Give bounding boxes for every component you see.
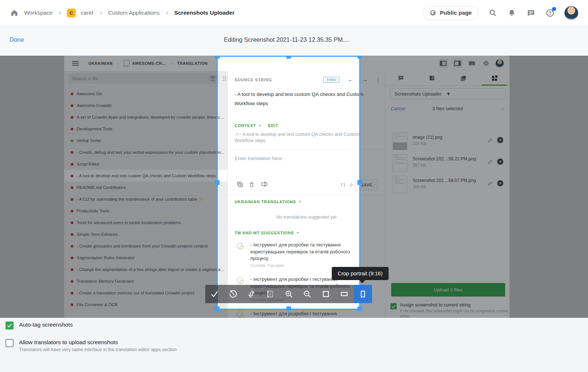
tm-suggestion: - Інструмент для розробки та тестування …	[237, 242, 378, 268]
crop-square-button[interactable]	[316, 285, 335, 303]
add-file-plus-icon: +	[500, 105, 504, 113]
public-page-label: Public page	[440, 10, 472, 16]
context-text: -> - A tool to develop and test custom Q…	[235, 131, 373, 144]
crop-handle-top-center[interactable]	[286, 56, 291, 59]
todo-status-badge: TODO	[323, 77, 339, 83]
chevron-right-icon	[165, 11, 169, 15]
tooltip-arrow	[359, 280, 365, 283]
caret-down-icon: ▼	[298, 200, 302, 204]
editing-title: Editing Screenshot 2021-11-23 12.35.35 P…	[0, 36, 573, 43]
caret-down-icon: ▼	[258, 124, 262, 127]
copy-source-icon	[236, 181, 243, 188]
crop-portrait-button[interactable]	[354, 285, 372, 303]
app-root: Workspace C caret Custom Applications Sc…	[0, 0, 588, 372]
context-label: CONTEXT	[235, 123, 256, 128]
confirm-crop-button[interactable]	[205, 285, 224, 303]
autotag-checkbox[interactable]	[5, 321, 14, 330]
crop-handle-bottom-center[interactable]	[286, 306, 291, 311]
uploader-settings: Auto-tag screenshots Allow translators t…	[0, 318, 588, 372]
top-navigation-bar: Workspace C caret Custom Applications Sc…	[0, 0, 588, 26]
notification-dot	[552, 7, 556, 11]
crop-handle-middle-left[interactable]	[215, 180, 220, 185]
autotag-setting: Auto-tag screenshots	[5, 321, 73, 330]
breadcrumb-screenshots-uploader: Screenshots Uploader	[174, 10, 235, 16]
autotag-label[interactable]: Auto-tag screenshots	[19, 321, 73, 328]
translation-input-placeholder: Enter translation here	[235, 156, 282, 161]
clear-translation-icon	[249, 181, 255, 188]
rotate-crop-button[interactable]	[242, 285, 261, 303]
crop-toolbar	[205, 285, 372, 303]
select-text-icon	[261, 181, 268, 187]
user-avatar[interactable]	[564, 6, 578, 20]
globe-icon	[429, 9, 437, 16]
search-icon[interactable]	[488, 8, 497, 18]
crop-handle-top-left[interactable]	[215, 56, 220, 59]
reset-history-button[interactable]	[224, 285, 243, 303]
source-string-text: - A tool to develop and test custom QA c…	[235, 90, 378, 108]
caret-down-icon: ▼	[296, 231, 299, 235]
home-icon[interactable]	[10, 8, 19, 18]
breadcrumb-custom-applications[interactable]: Custom Applications	[108, 10, 159, 16]
notifications-bell-icon[interactable]	[507, 8, 517, 18]
edit-context-label: EDIT	[268, 123, 278, 128]
allow-translators-checkbox[interactable]	[5, 339, 14, 347]
breadcrumb: Workspace C caret Custom Applications Sc…	[0, 8, 235, 18]
context-row: CONTEXT ▼ EDIT	[235, 123, 278, 128]
flip-button[interactable]	[261, 285, 280, 303]
project-avatar[interactable]: C	[67, 9, 76, 17]
allow-translators-label[interactable]: Allow translators to upload screenshots	[19, 339, 177, 346]
crop-handle-bottom-right[interactable]	[357, 306, 362, 311]
crop-handle-middle-right[interactable]	[357, 180, 362, 185]
breadcrumb-project[interactable]: caret	[81, 10, 93, 16]
zoom-out-button[interactable]	[298, 285, 317, 303]
panel-drag-handle-icon	[223, 76, 226, 81]
allow-translators-setting: Allow translators to upload screenshots …	[5, 339, 177, 352]
screenshot-crop-editor: UKRAINIAN › AWESOME-CR... › TRANSLATION	[0, 56, 588, 318]
machine-translation-icon	[237, 243, 243, 249]
crop-tooltip: Crop portrait (9:16)	[332, 267, 389, 280]
translations-section-header: UKRAINIAN TRANSLATIONS ▼	[235, 200, 302, 204]
crop-landscape-button[interactable]	[335, 285, 354, 303]
machine-translation-icon	[237, 277, 243, 283]
help-icon[interactable]: ?	[545, 8, 555, 18]
svg-text:?: ?	[548, 10, 551, 15]
crop-dim-overlay-left	[64, 56, 217, 318]
allow-translators-note: Translators will have very same interfac…	[19, 347, 177, 352]
topbar-actions: Public page ?	[423, 6, 588, 20]
zoom-in-button[interactable]	[279, 285, 298, 303]
tm-mt-section-header: TM AND MT SUGGESTIONS ▼	[235, 231, 299, 235]
messages-icon[interactable]	[526, 8, 536, 18]
previous-string-arrow-icon: ←	[348, 76, 354, 83]
screenshot-edit-header: Done Editing Screenshot 2021-11-23 12.35…	[0, 26, 588, 56]
breadcrumb-workspace[interactable]: Workspace	[24, 10, 52, 16]
chevron-right-icon	[99, 11, 103, 15]
crop-handle-bottom-left[interactable]	[215, 306, 220, 311]
public-page-button[interactable]: Public page	[423, 6, 478, 20]
character-counter: 71 · 0	[341, 183, 353, 187]
chevron-right-icon	[58, 11, 62, 15]
crop-handle-top-right[interactable]	[357, 56, 362, 59]
source-string-label: SOURCE STRING	[235, 78, 272, 82]
